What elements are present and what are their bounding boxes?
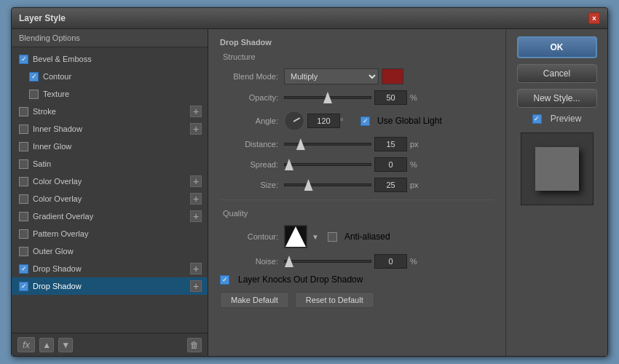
size-slider-container: px [284,178,494,192]
layer-item-stroke[interactable]: Stroke + [12,103,208,120]
blend-mode-select[interactable]: Multiply Normal Screen Overlay [284,68,379,84]
spread-unit: % [410,160,425,169]
quality-section: Quality Contour: ▼ Anti-aliased [220,209,494,269]
blend-mode-label: Blend Mode: [220,72,278,81]
layer-item-inner-glow[interactable]: Inner Glow [12,138,208,155]
anti-alias-label: Anti-aliased [344,232,390,242]
divider-1 [220,199,494,200]
cancel-button[interactable]: Cancel [517,64,597,83]
preview-square [535,147,579,191]
checkbox-color-overlay-2[interactable] [19,194,28,204]
angle-input[interactable] [307,114,340,128]
close-button[interactable]: × [588,12,600,24]
checkbox-inner-shadow[interactable] [19,124,28,134]
right-panel: OK Cancel New Style... Preview [505,29,607,356]
checkbox-inner-glow[interactable] [19,142,28,151]
move-up-button[interactable]: ▲ [39,338,54,352]
section-title: Drop Shadow [220,38,494,47]
size-input[interactable] [374,178,407,192]
checkbox-stroke[interactable] [19,107,28,116]
checkbox-contour[interactable] [29,72,39,82]
noise-input[interactable] [374,254,407,269]
add-color-overlay-1-button[interactable]: + [190,175,202,187]
layer-item-drop-shadow-2[interactable]: Drop Shadow + [12,277,208,295]
angle-dial[interactable] [284,111,304,131]
title-bar: Layer Style × [12,8,607,29]
layer-label-stroke: Stroke [33,107,56,116]
checkbox-drop-shadow-1[interactable] [19,264,28,274]
opacity-slider[interactable] [284,96,371,99]
delete-button[interactable]: 🗑 [187,338,202,352]
spread-input[interactable] [374,157,407,172]
preview-checkbox[interactable] [532,114,542,124]
add-gradient-overlay-button[interactable]: + [190,210,202,222]
layer-item-pattern-overlay[interactable]: Pattern Overlay [12,225,208,242]
layer-knocks-checkbox[interactable] [220,275,229,285]
ok-button[interactable]: OK [517,36,597,58]
blend-mode-row: Blend Mode: Multiply Normal Screen Overl… [220,68,494,84]
angle-label: Angle: [220,116,278,125]
layer-item-color-overlay-1[interactable]: Color Overlay + [12,173,208,190]
layer-item-satin[interactable]: Satin [12,155,208,173]
layer-item-outer-glow[interactable]: Outer Glow [12,242,208,260]
global-light-checkbox[interactable] [360,116,370,126]
add-drop-shadow-1-button[interactable]: + [190,263,202,274]
layer-list: Bevel & Emboss Contour Texture Stroke + [12,47,208,333]
checkbox-drop-shadow-2[interactable] [19,282,28,291]
add-color-overlay-2-button[interactable]: + [190,193,202,205]
checkbox-pattern-overlay[interactable] [19,229,28,239]
layer-item-texture[interactable]: Texture [12,85,208,103]
opacity-input[interactable] [374,90,407,105]
add-inner-shadow-button[interactable]: + [190,123,202,135]
layer-label-drop-shadow-2: Drop Shadow [33,282,82,290]
noise-slider[interactable] [284,260,371,263]
angle-unit: ° [340,116,355,125]
layer-item-gradient-overlay[interactable]: Gradient Overlay + [12,207,208,225]
make-default-button[interactable]: Make Default [220,292,289,308]
reset-default-button[interactable]: Reset to Default [295,292,374,308]
layer-item-bevel-emboss[interactable]: Bevel & Emboss [12,50,208,68]
layer-item-color-overlay-2[interactable]: Color Overlay + [12,190,208,207]
size-unit: px [410,181,425,189]
global-light-row: Use Global Light [360,116,442,126]
checkbox-bevel-emboss[interactable] [19,55,28,64]
layer-label-outer-glow: Outer Glow [33,247,74,256]
distance-input[interactable] [374,137,407,151]
layer-label-pattern-overlay: Pattern Overlay [33,229,88,238]
distance-label: Distance: [220,140,278,149]
shadow-color-swatch[interactable] [382,68,403,84]
anti-alias-checkbox[interactable] [328,232,337,242]
layer-label-color-overlay-1: Color Overlay [33,177,82,186]
opacity-row: Opacity: % [220,90,494,105]
layer-knocks-label: Layer Knocks Out Drop Shadow [238,274,363,285]
checkbox-outer-glow[interactable] [19,247,28,256]
new-style-button[interactable]: New Style... [517,89,597,108]
distance-row: Distance: px [220,137,494,151]
layer-item-contour[interactable]: Contour [12,68,208,85]
button-row: Make Default Reset to Default [220,292,494,308]
move-down-button[interactable]: ▼ [58,338,73,352]
layer-item-drop-shadow-1[interactable]: Drop Shadow + [12,260,208,277]
checkbox-texture[interactable] [29,90,39,99]
layer-item-inner-shadow[interactable]: Inner Shadow + [12,120,208,138]
checkbox-gradient-overlay[interactable] [19,212,28,221]
preview-row: Preview [513,114,600,124]
spread-slider[interactable] [284,163,371,166]
add-stroke-button[interactable]: + [190,106,202,117]
global-light-label: Use Global Light [377,116,442,126]
checkbox-satin[interactable] [19,159,28,169]
add-drop-shadow-2-button[interactable]: + [190,280,202,292]
size-slider[interactable] [284,183,371,186]
contour-svg [285,226,306,247]
layer-label-satin: Satin [33,159,51,168]
layer-label-contour: Contour [43,72,71,81]
layer-label-bevel-emboss: Bevel & Emboss [33,55,92,63]
contour-preview[interactable] [284,225,307,248]
layer-label-texture: Texture [43,90,69,98]
distance-slider-container: px [284,137,494,151]
fx-button[interactable]: fx [17,337,35,352]
checkbox-color-overlay-1[interactable] [19,177,28,186]
distance-slider[interactable] [284,143,371,146]
noise-unit: % [410,257,425,266]
contour-dropdown-icon[interactable]: ▼ [312,233,319,241]
